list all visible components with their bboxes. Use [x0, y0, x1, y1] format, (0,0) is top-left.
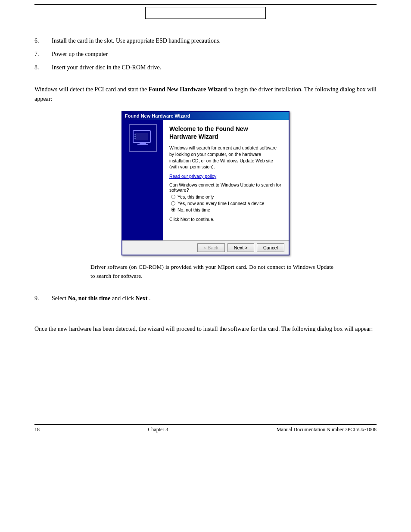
list-num-6: 6.: [34, 36, 52, 45]
cancel-button[interactable]: Cancel: [257, 243, 284, 252]
list-num-8: 8.: [34, 63, 52, 72]
top-line: [34, 4, 377, 5]
top-box: [145, 7, 266, 19]
next-button[interactable]: Next >: [227, 243, 254, 252]
radio-label-2: Yes, now and every time I connect a devi…: [177, 201, 265, 206]
list-item-6: 6. Install the card in the slot. Use app…: [34, 36, 377, 45]
dialog-titlebar: Found New Hardware Wizard: [122, 112, 289, 120]
svg-rect-2: [140, 143, 146, 144]
wizard-icon: [129, 124, 157, 152]
list-num-7: 7.: [34, 50, 52, 59]
footer-text: 18 Chapter 3 Manual Documentation Number…: [34, 426, 377, 433]
step9-end: .: [149, 295, 151, 302]
dialog-desc: Windows will search for current and upda…: [169, 145, 283, 170]
list-item-8: 8. Insert your driver disc in the CD-ROM…: [34, 63, 377, 72]
list-item-9: 9. Select No, not this time and click Ne…: [34, 294, 377, 303]
footer-manual: Manual Documentation Number 3PCIoUx-1008: [277, 426, 377, 433]
svg-rect-1: [135, 133, 148, 140]
radio-label-3: No, not this time: [177, 207, 210, 212]
intro-bold: Found New Hardware Wizard: [149, 86, 227, 93]
dialog-right-panel: Welcome to the Found New Hardware Wizard…: [163, 120, 289, 240]
svg-rect-3: [137, 144, 148, 145]
hardware-icon-svg: [131, 126, 155, 150]
note-box: Driver software (on CD-ROM) is provided …: [90, 262, 333, 281]
list-text-8: Insert your driver disc in the CD-ROM dr…: [52, 63, 377, 72]
radio-yes-once[interactable]: Yes, this time only: [171, 194, 283, 199]
list-text-7: Power up the computer: [52, 50, 377, 59]
list-text-6: Install the card in the slot. Use approp…: [52, 36, 377, 45]
footer-rule: [34, 424, 377, 425]
note-text: Driver software (on CD-ROM) is provided …: [90, 264, 333, 280]
dialog-window: Found New Hardware Wizard: [121, 111, 290, 255]
list-text-9: Select No, not this time and click Next …: [52, 294, 377, 303]
list-num-9: 9.: [34, 294, 52, 303]
back-button[interactable]: < Back: [197, 243, 225, 252]
step9-bold2: Next: [135, 295, 147, 302]
footer-chapter: Chapter 3: [148, 426, 168, 433]
intro-paragraph: Windows will detect the PCI card and sta…: [34, 85, 377, 104]
step9-mid: and click: [112, 295, 135, 302]
dialog-left-panel: [122, 120, 163, 240]
step9-text-pre: Select: [52, 295, 68, 302]
intro-text: Windows will detect the PCI card and sta…: [34, 86, 149, 93]
footer-area: 18 Chapter 3 Manual Documentation Number…: [0, 424, 411, 433]
dialog-welcome-title: Welcome to the Found New Hardware Wizard: [169, 125, 283, 140]
radio-circle-2: [171, 201, 175, 205]
page-container: 6. Install the card in the slot. Use app…: [0, 0, 411, 532]
radio-circle-1: [171, 195, 175, 199]
radio-no[interactable]: No, not this time: [171, 207, 283, 212]
step9-bold1: No, not this time: [68, 295, 111, 302]
dialog-privacy-link[interactable]: Read our privacy policy: [169, 174, 216, 179]
dialog-footer: < Back Next > Cancel: [122, 240, 289, 255]
dialog-body: Welcome to the Found New Hardware Wizard…: [122, 120, 289, 240]
main-content: 6. Install the card in the slot. Use app…: [0, 28, 411, 334]
dialog-screenshot: Found New Hardware Wizard: [34, 111, 377, 255]
top-border-area: [0, 0, 411, 19]
dialog-radio-group: Yes, this time only Yes, now and every t…: [171, 194, 283, 212]
radio-label-1: Yes, this time only: [177, 194, 214, 199]
radio-yes-always[interactable]: Yes, now and every time I connect a devi…: [171, 201, 283, 206]
dialog-click-next: Click Next to continue.: [169, 217, 283, 222]
dialog-title-text: Found New Hardware Wizard: [125, 113, 190, 118]
bottom-paragraph: Once the new hardware has been detected,…: [34, 324, 377, 334]
list-item-7: 7. Power up the computer: [34, 50, 377, 59]
radio-circle-3: [171, 208, 175, 212]
dialog-question: Can Windows connect to Windows Update to…: [169, 182, 283, 193]
footer-page-num: 18: [34, 426, 40, 433]
